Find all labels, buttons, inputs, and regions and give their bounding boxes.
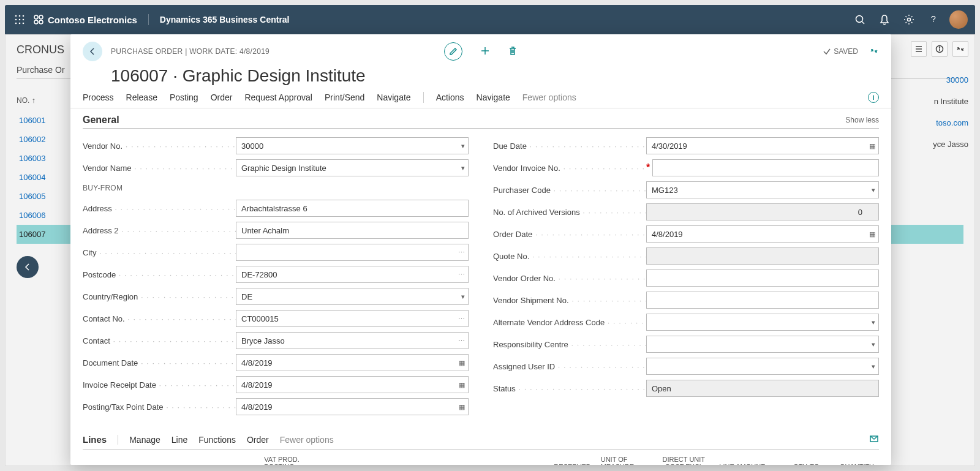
page-info-icon[interactable]: i [868,92,879,103]
input-posting-date[interactable] [236,398,469,415]
back-button[interactable] [83,42,102,61]
col-line-amount[interactable]: LINE AMOUNT EXCL. VAT [710,452,770,465]
delete-button[interactable] [508,46,518,58]
menu-fewer-options[interactable]: Fewer options [522,92,576,102]
bg-factbox-link[interactable]: toso.com [919,112,968,134]
col-location-code[interactable]: LOCATION CODE [421,452,487,465]
label-vendor-shipment-no: Vendor Shipment No. [493,296,646,305]
bg-info-icon[interactable] [932,41,948,57]
settings-gear-icon[interactable] [897,5,921,34]
lines-expand-icon[interactable] [869,434,879,445]
input-postcode[interactable] [236,266,469,283]
svg-point-8 [23,23,24,24]
col-quantity[interactable]: QUANTITY [487,452,541,465]
svg-point-5 [23,19,24,21]
menu-print-send[interactable]: Print/Send [325,92,364,102]
svg-point-6 [15,23,17,24]
purchase-order-card: PURCHASE ORDER | WORK DATE: 4/8/2019 SAV… [70,34,891,465]
bg-nav-collapse-button[interactable] [17,256,39,278]
user-avatar[interactable] [949,10,968,29]
input-purchaser-code[interactable] [646,181,879,198]
menu-posting[interactable]: Posting [170,92,198,102]
page-title: 106007 · Graphic Design Institute [111,66,879,86]
col-qty-to-receive[interactable]: QTY. TO RECEIVE [770,452,824,465]
label-vendor-invoice-no: Vendor Invoice No. [493,164,646,173]
col-reserved-qty[interactable]: RESERVED QUANTITY [541,452,595,465]
show-less-link[interactable]: Show less [845,116,879,124]
lines-menu-manage[interactable]: Manage [129,435,160,445]
input-due-date[interactable] [646,137,879,154]
menu-navigate-2[interactable]: Navigate [477,92,510,102]
bg-factbox-text: n Institute [919,91,968,112]
input-assigned-user-id[interactable] [646,358,879,375]
input-responsibility-centre[interactable] [646,336,879,353]
label-vendor-name: Vendor Name [83,164,236,173]
menu-order[interactable]: Order [211,92,233,102]
label-postcode: Postcode [83,270,236,279]
menu-release[interactable]: Release [126,92,157,102]
input-contact[interactable] [236,332,469,349]
bg-list-icon[interactable] [911,41,927,57]
input-invoice-receipt-date[interactable] [236,376,469,393]
input-city[interactable] [236,244,469,261]
col-vat-group[interactable]: VAT PROD. POSTING GROUP [259,452,319,465]
lines-fewer-options[interactable]: Fewer options [280,435,334,445]
input-order-date[interactable] [646,225,879,243]
input-quote-no [646,247,879,265]
buy-from-heading: BUY-FROM [83,184,469,192]
notifications-icon[interactable] [872,5,897,34]
help-icon[interactable]: ? [921,5,946,34]
svg-point-13 [856,16,863,23]
label-invoice-receipt-date: Invoice Receipt Date [83,380,236,390]
label-due-date: Due Date [493,141,646,151]
input-address2[interactable] [236,222,469,239]
svg-point-9 [34,15,38,19]
company-logo-icon [33,14,44,25]
input-vendor-name[interactable] [236,159,469,176]
svg-point-12 [39,20,43,24]
input-contact-no[interactable] [236,310,469,327]
label-vendor-no: Vendor No. [83,141,236,151]
bg-factbox-vendor-no[interactable]: 30000 [919,69,968,91]
col-type[interactable]: TYPE [83,452,206,465]
label-vendor-order-no: Vendor Order No. [493,274,646,283]
label-status: Status [493,384,646,393]
product-name-label[interactable]: Dynamics 365 Business Central [149,15,290,24]
lines-menu-functions[interactable]: Functions [198,435,236,445]
label-order-date: Order Date [493,230,646,239]
input-alternate-vendor-address[interactable] [646,314,879,331]
company-title[interactable]: Contoso Electronics [33,14,149,25]
input-country[interactable] [236,288,469,305]
lines-title[interactable]: Lines [83,434,107,445]
search-icon[interactable] [848,5,872,34]
svg-point-2 [23,15,24,17]
menu-request-approval[interactable]: Request Approval [244,92,312,102]
col-no[interactable]: NO. [206,452,260,465]
menu-navigate[interactable]: Navigate [377,92,410,102]
bg-collapse-icon[interactable] [952,41,968,57]
input-vendor-order-no[interactable] [646,269,879,287]
input-vendor-shipment-no[interactable] [646,292,879,309]
lines-menu-order[interactable]: Order [247,435,269,445]
menu-actions[interactable]: Actions [436,92,464,102]
lines-menu-line[interactable]: Line [172,435,187,445]
label-assigned-user-id: Assigned User ID [493,362,646,371]
edit-button[interactable] [444,42,462,61]
app-launcher-button[interactable] [12,12,27,27]
col-qty-received[interactable]: QUANTITY RECEIVED [824,452,878,465]
label-document-date: Document Date [83,358,236,367]
input-document-date[interactable] [236,354,469,371]
col-uom-code[interactable]: UNIT OF MEASURE CODE [596,452,650,465]
lines-section-header: Lines Manage Line Functions Order Fewer … [83,434,879,450]
expand-collapse-button[interactable] [869,46,879,58]
label-purchaser-code: Purchaser Code [493,186,646,195]
label-posting-date: Posting/Tax Point Date [83,402,236,412]
menu-process[interactable]: Process [83,92,114,102]
col-description[interactable]: DESCRIPTION [319,452,420,465]
input-address[interactable] [236,200,469,217]
input-vendor-no[interactable] [236,137,469,154]
new-button[interactable] [480,45,491,58]
section-general-title[interactable]: General [83,115,119,126]
input-vendor-invoice-no[interactable] [652,159,879,176]
col-direct-unit-cost[interactable]: DIRECT UNIT COST EXCL. VAT [650,452,710,465]
